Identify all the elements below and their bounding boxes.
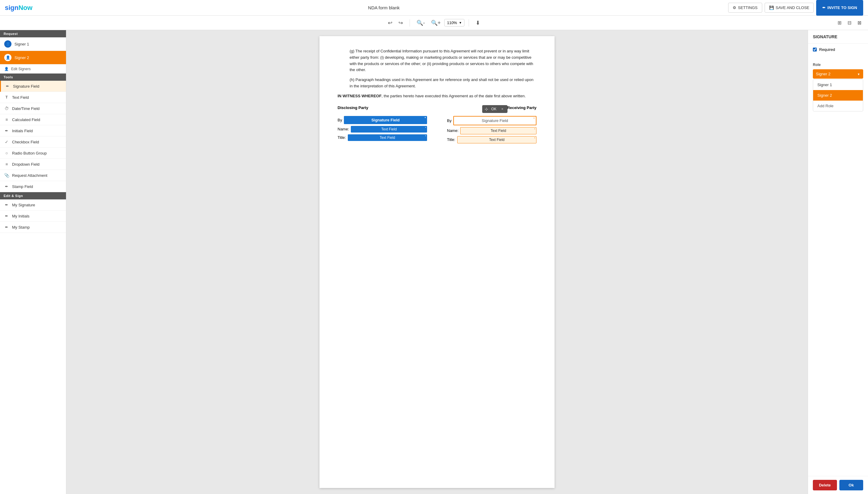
invite-sign-button[interactable]: ✒ INVITE TO SIGN xyxy=(816,0,863,16)
text-icon: T xyxy=(4,95,9,100)
ok-popup: ⊹ OK × xyxy=(482,105,507,113)
main-layout: Request 👤 Signer 1 👤 Signer 2 👤 Edit Sig… xyxy=(0,30,868,494)
disclosing-name-field[interactable]: Text Field xyxy=(351,126,427,133)
receiving-title-field[interactable]: Text Field xyxy=(457,136,536,144)
my-initials-label: My Initials xyxy=(12,214,30,218)
disclosing-signature-field[interactable]: Signature Field xyxy=(344,116,427,124)
zoom-select[interactable]: 110% ▼ xyxy=(444,19,464,26)
dropdown-field-label: Dropdown Field xyxy=(12,162,39,167)
checkbox-field-label: Checkbox Field xyxy=(12,140,39,144)
ok-popup-close-button[interactable]: × xyxy=(499,106,505,112)
role-label: Role xyxy=(813,63,863,67)
disclosing-title-line: Title: Text Field xyxy=(337,134,427,141)
disclosing-name-label: Name: xyxy=(337,127,349,131)
tool-stamp-field[interactable]: ✒ Stamp Field xyxy=(0,181,66,192)
undo-button[interactable]: ↩ xyxy=(386,18,395,28)
disclosing-title-label: Title: xyxy=(337,135,346,140)
disclosing-party-label: Disclosing Party xyxy=(337,106,368,110)
header-actions: ⚙ SETTINGS 💾 SAVE AND CLOSE ✒ INVITE TO … xyxy=(728,0,863,16)
panel-button[interactable]: ⊟ xyxy=(846,18,853,27)
receiving-by-line: By ⊹ OK × Signature Field xyxy=(447,116,536,125)
disclosing-by-label: By xyxy=(337,118,342,122)
toolbar-right-icons: ⊞ ⊟ ⊠ xyxy=(836,18,863,27)
tool-text-field[interactable]: T Text Field xyxy=(0,92,66,103)
paragraph-h: (h) Paragraph headings used in this Agre… xyxy=(337,77,536,90)
redo-button[interactable]: ↪ xyxy=(396,18,405,28)
signature-icon: ✒ xyxy=(5,84,10,89)
required-checkbox[interactable] xyxy=(813,48,817,52)
role-select[interactable]: Signer 2 xyxy=(813,69,863,79)
role-option-add[interactable]: Add Role xyxy=(813,101,863,111)
tool-signature-field[interactable]: ✒ Signature Field xyxy=(0,81,66,92)
document-area: (g) The receipt of Confidential Informat… xyxy=(66,30,808,494)
zoom-in-button[interactable]: 🔍+ xyxy=(429,18,443,28)
calc-icon: ≡ xyxy=(4,117,9,122)
doc-text: (g) The receipt of Confidential Informat… xyxy=(337,48,536,99)
paragraph-g: (g) The receipt of Confidential Informat… xyxy=(337,48,536,73)
tool-checkbox-field[interactable]: ✓ Checkbox Field xyxy=(0,136,66,148)
clock-icon: ⏱ xyxy=(4,106,9,111)
my-initials-icon: ✒ xyxy=(4,213,9,218)
zoom-dropdown-arrow: ▼ xyxy=(459,21,462,24)
tool-datetime-field[interactable]: ⏱ Date/Time Field xyxy=(0,103,66,114)
panel-title: SIGNATURE xyxy=(808,30,868,44)
tool-my-initials[interactable]: ✒ My Initials xyxy=(0,211,66,222)
logo: signNow xyxy=(5,4,33,12)
role-option-signer1[interactable]: Signer 1 xyxy=(813,79,863,90)
tool-initials-field[interactable]: ✒ Initials Field xyxy=(0,125,66,136)
disclosing-by-line: By Signature Field xyxy=(337,116,427,124)
grid-view-button[interactable]: ⊞ xyxy=(836,18,843,27)
my-sig-icon: ✒ xyxy=(4,203,9,207)
receiving-party-label: Receiving Party xyxy=(507,106,536,110)
receiving-name-field[interactable]: Text Field xyxy=(460,127,536,134)
disclosing-sig-block: By Signature Field Name: Text Field Titl… xyxy=(337,116,427,145)
edit-signers-label: Edit Signers xyxy=(11,67,31,71)
tool-my-stamp[interactable]: ✒ My Stamp xyxy=(0,222,66,233)
ok-popup-ok-button[interactable]: OK xyxy=(490,106,498,112)
tool-request-attachment[interactable]: 📎 Request Attachment xyxy=(0,170,66,181)
tools-section-label: Tools xyxy=(0,74,66,81)
required-checkbox-row: Required xyxy=(813,47,863,52)
attachment-icon: 📎 xyxy=(4,173,9,178)
receiving-title-label: Title: xyxy=(447,137,456,142)
signer1-label: Signer 1 xyxy=(15,42,29,46)
my-signature-label: My Signature xyxy=(12,203,35,207)
witness-bold: IN WITNESS WHEREOF xyxy=(337,94,382,98)
right-panel: SIGNATURE Required Role Signer 2 Signer … xyxy=(808,30,868,494)
tool-dropdown-field[interactable]: ≡ Dropdown Field xyxy=(0,159,66,170)
role-select-wrapper: Signer 2 xyxy=(813,69,863,79)
receiving-title-line: Title: Text Field xyxy=(447,136,536,144)
receiving-name-label: Name: xyxy=(447,128,458,133)
request-section-label: Request xyxy=(0,30,66,37)
pen-icon: ✒ xyxy=(822,5,826,10)
datetime-field-label: Date/Time Field xyxy=(12,106,39,111)
download-button[interactable]: ⬇ xyxy=(473,18,482,28)
sidebar-item-signer1[interactable]: 👤 Signer 1 xyxy=(0,37,66,51)
move-icon: ⊹ xyxy=(485,107,488,111)
receiving-signature-field[interactable]: Signature Field xyxy=(453,116,536,125)
disclosing-title-field[interactable]: Text Field xyxy=(348,134,427,141)
zoom-out-button[interactable]: 🔍- xyxy=(414,18,427,28)
sidebar-item-signer2[interactable]: 👤 Signer 2 xyxy=(0,51,66,64)
tool-calculated-field[interactable]: ≡ Calculated Field xyxy=(0,114,66,125)
delete-button[interactable]: Delete xyxy=(813,480,837,490)
text-field-label: Text Field xyxy=(12,95,29,100)
settings-button[interactable]: ⚙ SETTINGS xyxy=(728,3,762,13)
save-icon: 💾 xyxy=(769,5,774,10)
role-dropdown: Signer 1 Signer 2 Add Role xyxy=(813,79,863,111)
signature-section: By Signature Field Name: Text Field Titl… xyxy=(337,116,536,145)
dropdown-icon: ≡ xyxy=(4,162,9,167)
doc-title: NDA form blank xyxy=(40,5,728,10)
radio-button-group-label: Radio Button Group xyxy=(12,151,47,155)
logo-sign: sign xyxy=(5,4,18,12)
receiving-signature-wrapper: ⊹ OK × Signature Field xyxy=(453,116,536,125)
ok-button[interactable]: Ok xyxy=(839,480,864,490)
stack-button[interactable]: ⊠ xyxy=(856,18,863,27)
tool-my-signature[interactable]: ✒ My Signature xyxy=(0,200,66,211)
save-close-button[interactable]: 💾 SAVE AND CLOSE xyxy=(764,3,814,13)
edit-signers-button[interactable]: 👤 Edit Signers xyxy=(0,64,66,74)
header: signNow NDA form blank ⚙ SETTINGS 💾 SAVE… xyxy=(0,0,868,16)
gear-icon: ⚙ xyxy=(733,5,736,10)
role-option-signer2[interactable]: Signer 2 xyxy=(813,90,863,101)
tool-radio-button-group[interactable]: ○ Radio Button Group xyxy=(0,148,66,159)
